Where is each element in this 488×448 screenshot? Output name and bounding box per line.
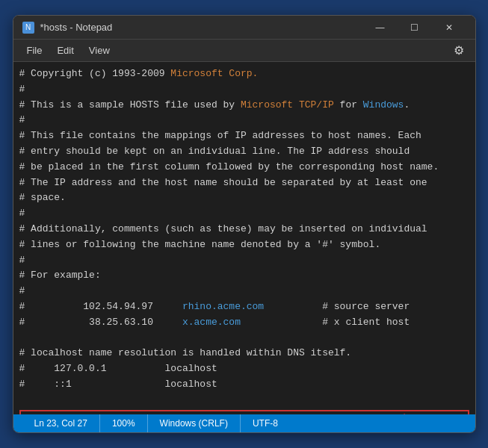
line-11: # Additionally, comments (such as these)… bbox=[19, 222, 469, 237]
statusbar: Ln 23, Col 27 100% Windows (CRLF) UTF-8 bbox=[13, 414, 475, 432]
menu-edit[interactable]: Edit bbox=[49, 42, 81, 59]
notepad-window: N *hosts - Notepad — ☐ ✕ File Edit View … bbox=[13, 15, 476, 433]
line-5: # This file contains the mappings of IP … bbox=[19, 128, 469, 144]
menubar: File Edit View ⚙ bbox=[13, 40, 475, 62]
settings-icon[interactable]: ⚙ bbox=[448, 40, 469, 61]
line-18 bbox=[19, 331, 469, 346]
line-9: # space. bbox=[19, 190, 469, 206]
window-controls: — ☐ ✕ bbox=[363, 16, 466, 40]
line-6: # entry should be kept on an individual … bbox=[19, 144, 469, 160]
highlighted-line-container: 127.0.0.1 www.facebook.com bbox=[19, 408, 469, 414]
menu-view[interactable]: View bbox=[81, 42, 117, 59]
line-2: # bbox=[19, 82, 469, 98]
menu-file[interactable]: File bbox=[19, 42, 50, 59]
line-1: # Copyright (c) 1993-2009 Microsoft Corp… bbox=[19, 66, 469, 82]
line-21: # ::1 localhost bbox=[19, 377, 469, 393]
line-4: # bbox=[19, 113, 469, 128]
encoding: UTF-8 bbox=[241, 414, 290, 432]
close-button[interactable]: ✕ bbox=[432, 16, 466, 40]
line-15: # bbox=[19, 284, 469, 299]
zoom-level: 100% bbox=[100, 414, 148, 432]
app-icon-letter: N bbox=[25, 23, 31, 31]
line-13: # bbox=[19, 253, 469, 269]
maximize-button[interactable]: ☐ bbox=[398, 16, 432, 40]
arrow-annotation bbox=[380, 409, 447, 414]
minimize-button[interactable]: — bbox=[363, 16, 398, 40]
line-17: # 38.25.63.10 x.acme.com # x client host bbox=[19, 315, 469, 331]
line-19: # localhost name resolution is handled w… bbox=[19, 346, 469, 361]
line-20: # 127.0.0.1 localhost bbox=[19, 361, 469, 377]
app-icon: N bbox=[22, 22, 34, 34]
line-7: # be placed in the first column followed… bbox=[19, 160, 469, 175]
line-8: # The IP address and the host name shoul… bbox=[19, 175, 469, 191]
window-title: *hosts - Notepad bbox=[40, 22, 363, 33]
line-10: # bbox=[19, 206, 469, 222]
line-14: # For example: bbox=[19, 268, 469, 284]
line-12: # lines or following the machine name de… bbox=[19, 237, 469, 253]
text-editor[interactable]: # Copyright (c) 1993-2009 Microsoft Corp… bbox=[13, 62, 475, 414]
titlebar: N *hosts - Notepad — ☐ ✕ bbox=[13, 16, 475, 40]
cursor-position: Ln 23, Col 27 bbox=[22, 414, 100, 432]
line-22 bbox=[19, 393, 469, 408]
line-16: # 102.54.94.97 rhino.acme.com # source s… bbox=[19, 299, 469, 315]
line-3: # This is a sample HOSTS file used by Mi… bbox=[19, 98, 469, 113]
line-ending: Windows (CRLF) bbox=[148, 414, 241, 432]
